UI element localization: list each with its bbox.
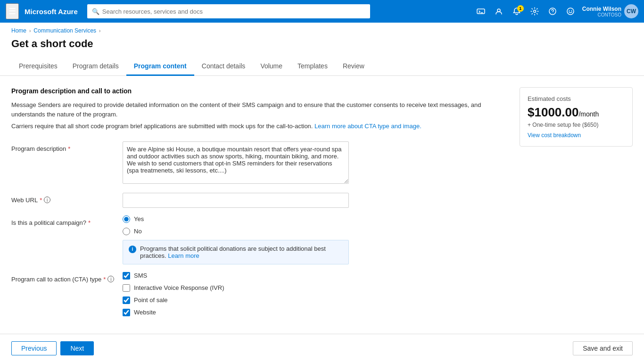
section-desc-1: Message Senders are required to provide … [11, 100, 508, 119]
avatar: CW [624, 4, 638, 18]
cta-ivr-checkbox[interactable] [123, 284, 130, 292]
web-url-row: Web URL* i http://www.alpineskihouse.com… [11, 193, 508, 208]
breadcrumb-sep-2: › [99, 28, 100, 33]
political-learn-more-link[interactable]: Learn more [168, 252, 199, 259]
program-description-label: Program description* [11, 141, 115, 152]
help-button[interactable] [545, 4, 561, 18]
cta-type-label: Program call to action (CTA) type * i [11, 272, 115, 283]
breadcrumb: Home › Communication Services › [0, 23, 644, 36]
political-info-icon: i [129, 246, 136, 253]
cloud-shell-button[interactable] [473, 4, 489, 18]
search-bar: 🔍 [87, 4, 370, 18]
search-input[interactable] [102, 8, 365, 15]
view-cost-breakdown-link[interactable]: View cost breakdown [528, 132, 625, 139]
app-logo: Microsoft Azure [25, 8, 78, 16]
tab-templates[interactable]: Templates [290, 58, 335, 76]
save-and-exit-button[interactable]: Save and exit [573, 341, 633, 355]
section-title: Program description and call to action [11, 87, 508, 95]
political-yes-option[interactable]: Yes [123, 215, 508, 223]
settings-button[interactable] [527, 4, 543, 18]
cost-setup-fee: + One-time setup fee ($650) [528, 122, 625, 128]
program-description-row: Program description* We are Alpine ski H… [11, 141, 508, 185]
search-icon: 🔍 [92, 8, 99, 15]
main-content: Program description and call to action M… [0, 76, 644, 317]
tab-navigation: Prerequisites Program details Program co… [0, 58, 644, 76]
breadcrumb-sep-1: › [29, 28, 31, 33]
topbar-icons: 1 Connie Wilson CONTOSO CW [473, 4, 638, 18]
user-name: Connie Wilson [582, 6, 621, 12]
estimated-costs-panel: Estimated costs $1000.00/month + One-tim… [520, 87, 633, 147]
tab-review[interactable]: Review [335, 58, 372, 76]
user-profile[interactable]: Connie Wilson CONTOSO CW [582, 4, 638, 18]
section-desc-2: Carriers require that all short code pro… [11, 122, 508, 131]
svg-point-5 [567, 8, 574, 15]
web-url-label: Web URL* i [11, 193, 115, 204]
cta-ivr-option[interactable]: Interactive Voice Response (IVR) [123, 284, 508, 292]
cost-amount: $1000.00 [528, 105, 578, 119]
form-area: Program description and call to action M… [11, 87, 508, 317]
cost-amount-line: $1000.00/month [528, 105, 625, 120]
tab-program-details[interactable]: Program details [65, 58, 126, 76]
svg-point-3 [549, 8, 556, 15]
directory-button[interactable] [491, 4, 507, 18]
political-radio-group: Yes No [123, 215, 508, 235]
cost-period: /month [578, 110, 599, 118]
cta-type-control: SMS Interactive Voice Response (IVR) Poi… [123, 272, 508, 318]
estimated-costs-title: Estimated costs [528, 95, 625, 102]
cta-type-row: Program call to action (CTA) type * i SM… [11, 272, 508, 318]
svg-point-7 [571, 10, 572, 11]
cta-checkbox-group: SMS Interactive Voice Response (IVR) Poi… [123, 272, 508, 316]
breadcrumb-home[interactable]: Home [11, 27, 26, 34]
svg-point-2 [533, 10, 536, 13]
cta-pos-option[interactable]: Point of sale [123, 296, 508, 304]
program-description-textarea[interactable]: We are Alpine ski House, a boutique moun… [123, 141, 349, 184]
web-url-control: http://www.alpineskihouse.com/reminders/ [123, 193, 508, 208]
political-yes-radio[interactable] [123, 215, 130, 223]
cta-website-option[interactable]: Website [123, 309, 508, 316]
cta-pos-checkbox[interactable] [123, 296, 130, 304]
page-title: Get a short code [0, 36, 644, 58]
political-info-box: i Programs that solicit political donati… [123, 240, 349, 264]
tab-contact-details[interactable]: Contact details [194, 58, 253, 76]
cta-info-icon[interactable]: i [107, 276, 114, 282]
political-campaign-label: Is this a political campaign?* [11, 215, 115, 226]
breadcrumb-service[interactable]: Communication Services [33, 27, 96, 34]
cta-sms-checkbox[interactable] [123, 272, 130, 280]
previous-button[interactable]: Previous [11, 341, 57, 355]
feedback-button[interactable] [562, 4, 578, 18]
cta-sms-option[interactable]: SMS [123, 272, 508, 280]
tab-prerequisites[interactable]: Prerequisites [11, 58, 65, 76]
political-campaign-control: Yes No i Programs that solicit political… [123, 215, 508, 264]
web-url-input[interactable]: http://www.alpineskihouse.com/reminders/ [123, 193, 349, 208]
svg-point-1 [497, 9, 500, 12]
hamburger-menu-button[interactable]: ☰ [6, 3, 19, 19]
bottom-bar: Previous Next Save and exit [0, 334, 644, 362]
tab-volume[interactable]: Volume [253, 58, 290, 76]
political-campaign-row: Is this a political campaign?* Yes No i [11, 215, 508, 264]
topbar: ☰ Microsoft Azure 🔍 1 Connie Wilson CONT… [0, 0, 644, 23]
program-description-control: We are Alpine ski House, a boutique moun… [123, 141, 508, 185]
svg-point-4 [552, 13, 553, 14]
notification-badge: 1 [517, 5, 524, 12]
political-no-option[interactable]: No [123, 228, 508, 235]
cta-learn-more-link[interactable]: Learn more about CTA type and image. [314, 123, 421, 130]
tab-program-content[interactable]: Program content [126, 58, 194, 76]
svg-point-6 [569, 10, 570, 11]
notifications-button[interactable]: 1 [509, 4, 525, 18]
political-no-radio[interactable] [123, 228, 130, 235]
cta-website-checkbox[interactable] [123, 309, 130, 316]
user-org: CONTOSO [582, 12, 621, 17]
next-button[interactable]: Next [60, 341, 94, 355]
web-url-info-icon[interactable]: i [44, 197, 50, 203]
